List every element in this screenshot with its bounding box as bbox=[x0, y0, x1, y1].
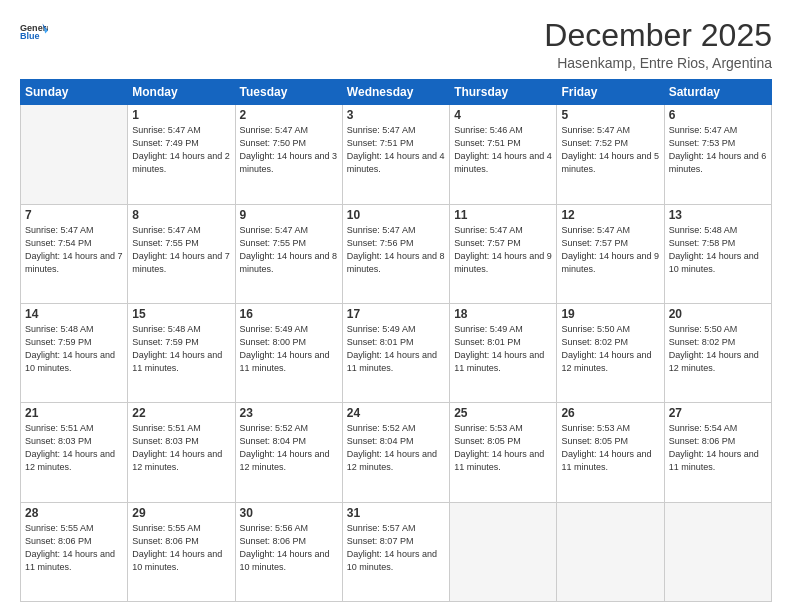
calendar-week-row: 7Sunrise: 5:47 AM Sunset: 7:54 PM Daylig… bbox=[21, 204, 772, 303]
day-number: 23 bbox=[240, 406, 338, 420]
calendar-header-row: SundayMondayTuesdayWednesdayThursdayFrid… bbox=[21, 80, 772, 105]
calendar-day-cell: 28Sunrise: 5:55 AM Sunset: 8:06 PM Dayli… bbox=[21, 502, 128, 601]
calendar-day-cell: 6Sunrise: 5:47 AM Sunset: 7:53 PM Daylig… bbox=[664, 105, 771, 204]
day-info: Sunrise: 5:48 AM Sunset: 7:59 PM Dayligh… bbox=[132, 323, 230, 375]
calendar-day-cell: 3Sunrise: 5:47 AM Sunset: 7:51 PM Daylig… bbox=[342, 105, 449, 204]
day-number: 17 bbox=[347, 307, 445, 321]
day-info: Sunrise: 5:47 AM Sunset: 7:57 PM Dayligh… bbox=[454, 224, 552, 276]
day-number: 12 bbox=[561, 208, 659, 222]
calendar-day-cell: 13Sunrise: 5:48 AM Sunset: 7:58 PM Dayli… bbox=[664, 204, 771, 303]
calendar-day-cell: 22Sunrise: 5:51 AM Sunset: 8:03 PM Dayli… bbox=[128, 403, 235, 502]
day-number: 19 bbox=[561, 307, 659, 321]
header: General Blue December 2025 Hasenkamp, En… bbox=[20, 18, 772, 71]
calendar-day-cell: 1Sunrise: 5:47 AM Sunset: 7:49 PM Daylig… bbox=[128, 105, 235, 204]
day-info: Sunrise: 5:56 AM Sunset: 8:06 PM Dayligh… bbox=[240, 522, 338, 574]
day-info: Sunrise: 5:53 AM Sunset: 8:05 PM Dayligh… bbox=[561, 422, 659, 474]
day-info: Sunrise: 5:49 AM Sunset: 8:01 PM Dayligh… bbox=[454, 323, 552, 375]
day-number: 16 bbox=[240, 307, 338, 321]
calendar-day-cell: 23Sunrise: 5:52 AM Sunset: 8:04 PM Dayli… bbox=[235, 403, 342, 502]
day-info: Sunrise: 5:47 AM Sunset: 7:54 PM Dayligh… bbox=[25, 224, 123, 276]
calendar-day-cell: 26Sunrise: 5:53 AM Sunset: 8:05 PM Dayli… bbox=[557, 403, 664, 502]
day-number: 10 bbox=[347, 208, 445, 222]
day-info: Sunrise: 5:52 AM Sunset: 8:04 PM Dayligh… bbox=[240, 422, 338, 474]
day-info: Sunrise: 5:47 AM Sunset: 7:49 PM Dayligh… bbox=[132, 124, 230, 176]
calendar-day-cell: 30Sunrise: 5:56 AM Sunset: 8:06 PM Dayli… bbox=[235, 502, 342, 601]
day-number: 11 bbox=[454, 208, 552, 222]
day-number: 28 bbox=[25, 506, 123, 520]
day-number: 13 bbox=[669, 208, 767, 222]
calendar-day-cell bbox=[21, 105, 128, 204]
day-info: Sunrise: 5:55 AM Sunset: 8:06 PM Dayligh… bbox=[25, 522, 123, 574]
day-number: 25 bbox=[454, 406, 552, 420]
day-info: Sunrise: 5:49 AM Sunset: 8:00 PM Dayligh… bbox=[240, 323, 338, 375]
day-info: Sunrise: 5:48 AM Sunset: 7:59 PM Dayligh… bbox=[25, 323, 123, 375]
day-number: 31 bbox=[347, 506, 445, 520]
day-info: Sunrise: 5:48 AM Sunset: 7:58 PM Dayligh… bbox=[669, 224, 767, 276]
day-number: 30 bbox=[240, 506, 338, 520]
calendar-day-header: Thursday bbox=[450, 80, 557, 105]
calendar-day-cell: 31Sunrise: 5:57 AM Sunset: 8:07 PM Dayli… bbox=[342, 502, 449, 601]
calendar-week-row: 14Sunrise: 5:48 AM Sunset: 7:59 PM Dayli… bbox=[21, 303, 772, 402]
calendar-day-cell: 25Sunrise: 5:53 AM Sunset: 8:05 PM Dayli… bbox=[450, 403, 557, 502]
calendar-day-cell: 18Sunrise: 5:49 AM Sunset: 8:01 PM Dayli… bbox=[450, 303, 557, 402]
calendar-day-cell: 7Sunrise: 5:47 AM Sunset: 7:54 PM Daylig… bbox=[21, 204, 128, 303]
day-number: 5 bbox=[561, 108, 659, 122]
day-number: 29 bbox=[132, 506, 230, 520]
day-number: 6 bbox=[669, 108, 767, 122]
day-number: 1 bbox=[132, 108, 230, 122]
day-info: Sunrise: 5:47 AM Sunset: 7:51 PM Dayligh… bbox=[347, 124, 445, 176]
day-number: 27 bbox=[669, 406, 767, 420]
calendar-day-header: Wednesday bbox=[342, 80, 449, 105]
day-info: Sunrise: 5:49 AM Sunset: 8:01 PM Dayligh… bbox=[347, 323, 445, 375]
day-info: Sunrise: 5:47 AM Sunset: 7:50 PM Dayligh… bbox=[240, 124, 338, 176]
calendar-day-header: Monday bbox=[128, 80, 235, 105]
day-info: Sunrise: 5:51 AM Sunset: 8:03 PM Dayligh… bbox=[132, 422, 230, 474]
day-number: 20 bbox=[669, 307, 767, 321]
month-title: December 2025 bbox=[544, 18, 772, 53]
calendar-week-row: 1Sunrise: 5:47 AM Sunset: 7:49 PM Daylig… bbox=[21, 105, 772, 204]
calendar-day-cell: 8Sunrise: 5:47 AM Sunset: 7:55 PM Daylig… bbox=[128, 204, 235, 303]
day-info: Sunrise: 5:47 AM Sunset: 7:55 PM Dayligh… bbox=[240, 224, 338, 276]
day-info: Sunrise: 5:47 AM Sunset: 7:53 PM Dayligh… bbox=[669, 124, 767, 176]
calendar-day-cell: 14Sunrise: 5:48 AM Sunset: 7:59 PM Dayli… bbox=[21, 303, 128, 402]
day-info: Sunrise: 5:47 AM Sunset: 7:57 PM Dayligh… bbox=[561, 224, 659, 276]
day-info: Sunrise: 5:55 AM Sunset: 8:06 PM Dayligh… bbox=[132, 522, 230, 574]
calendar-day-cell: 20Sunrise: 5:50 AM Sunset: 8:02 PM Dayli… bbox=[664, 303, 771, 402]
calendar-table: SundayMondayTuesdayWednesdayThursdayFrid… bbox=[20, 79, 772, 602]
day-number: 21 bbox=[25, 406, 123, 420]
svg-text:Blue: Blue bbox=[20, 31, 40, 41]
location: Hasenkamp, Entre Rios, Argentina bbox=[544, 55, 772, 71]
calendar-day-cell: 21Sunrise: 5:51 AM Sunset: 8:03 PM Dayli… bbox=[21, 403, 128, 502]
day-info: Sunrise: 5:54 AM Sunset: 8:06 PM Dayligh… bbox=[669, 422, 767, 474]
day-number: 2 bbox=[240, 108, 338, 122]
calendar-day-cell: 4Sunrise: 5:46 AM Sunset: 7:51 PM Daylig… bbox=[450, 105, 557, 204]
day-number: 18 bbox=[454, 307, 552, 321]
calendar-day-header: Sunday bbox=[21, 80, 128, 105]
day-info: Sunrise: 5:47 AM Sunset: 7:52 PM Dayligh… bbox=[561, 124, 659, 176]
day-info: Sunrise: 5:57 AM Sunset: 8:07 PM Dayligh… bbox=[347, 522, 445, 574]
day-info: Sunrise: 5:50 AM Sunset: 8:02 PM Dayligh… bbox=[669, 323, 767, 375]
calendar-day-cell bbox=[450, 502, 557, 601]
calendar-week-row: 28Sunrise: 5:55 AM Sunset: 8:06 PM Dayli… bbox=[21, 502, 772, 601]
calendar-day-cell: 11Sunrise: 5:47 AM Sunset: 7:57 PM Dayli… bbox=[450, 204, 557, 303]
day-info: Sunrise: 5:52 AM Sunset: 8:04 PM Dayligh… bbox=[347, 422, 445, 474]
day-number: 24 bbox=[347, 406, 445, 420]
day-number: 4 bbox=[454, 108, 552, 122]
day-number: 15 bbox=[132, 307, 230, 321]
calendar-day-cell: 2Sunrise: 5:47 AM Sunset: 7:50 PM Daylig… bbox=[235, 105, 342, 204]
calendar-day-header: Tuesday bbox=[235, 80, 342, 105]
calendar-day-cell: 17Sunrise: 5:49 AM Sunset: 8:01 PM Dayli… bbox=[342, 303, 449, 402]
calendar-day-cell: 24Sunrise: 5:52 AM Sunset: 8:04 PM Dayli… bbox=[342, 403, 449, 502]
day-number: 9 bbox=[240, 208, 338, 222]
calendar-day-cell: 9Sunrise: 5:47 AM Sunset: 7:55 PM Daylig… bbox=[235, 204, 342, 303]
day-info: Sunrise: 5:53 AM Sunset: 8:05 PM Dayligh… bbox=[454, 422, 552, 474]
logo: General Blue bbox=[20, 18, 50, 46]
calendar-day-cell: 27Sunrise: 5:54 AM Sunset: 8:06 PM Dayli… bbox=[664, 403, 771, 502]
day-number: 7 bbox=[25, 208, 123, 222]
day-number: 14 bbox=[25, 307, 123, 321]
calendar-day-cell: 16Sunrise: 5:49 AM Sunset: 8:00 PM Dayli… bbox=[235, 303, 342, 402]
calendar-day-cell bbox=[557, 502, 664, 601]
calendar-day-cell: 19Sunrise: 5:50 AM Sunset: 8:02 PM Dayli… bbox=[557, 303, 664, 402]
title-block: December 2025 Hasenkamp, Entre Rios, Arg… bbox=[544, 18, 772, 71]
calendar-day-cell: 10Sunrise: 5:47 AM Sunset: 7:56 PM Dayli… bbox=[342, 204, 449, 303]
